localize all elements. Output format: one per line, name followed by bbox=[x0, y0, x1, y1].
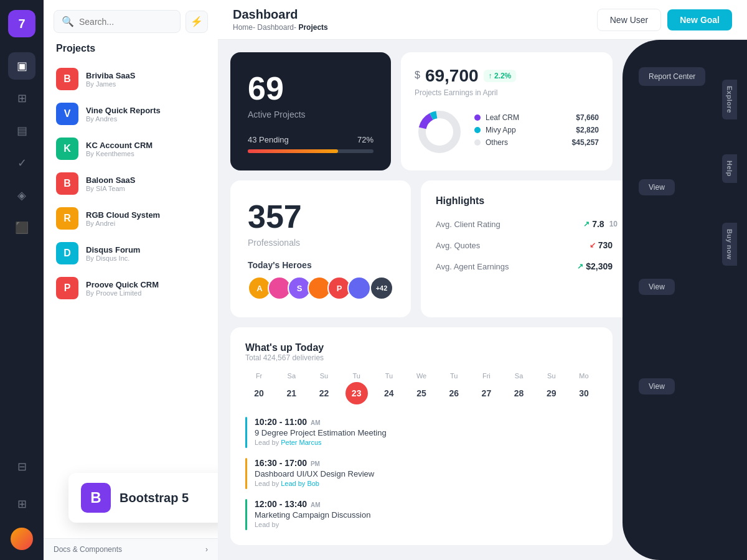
nav-user-thumbnail[interactable] bbox=[11, 528, 33, 550]
highlight-row-1: Avg. Quotes ↙ 730 bbox=[436, 240, 618, 250]
right-dark-panel: Explore Help Buy now Report Center View … bbox=[622, 40, 747, 560]
event-bar-0 bbox=[245, 417, 247, 448]
earnings-card: $ 69,700 ↑ 2.2% Projects Earnings in Apr… bbox=[401, 52, 613, 170]
search-input[interactable] bbox=[79, 17, 172, 27]
day-name: Su bbox=[310, 372, 337, 380]
event-title-1: Dashboard UI/UX Design Review bbox=[255, 469, 374, 478]
project-item-baloon[interactable]: B Baloon SaaS By SIA Team bbox=[51, 166, 210, 201]
avatars-row: ASP+42 bbox=[248, 276, 393, 300]
day-col-30[interactable]: Mo 30 bbox=[570, 372, 598, 404]
day-col-20[interactable]: Fr 20 bbox=[245, 372, 273, 404]
event-lead-link-1[interactable]: Lead by Bob bbox=[281, 480, 319, 487]
day-col-26[interactable]: Tu 26 bbox=[440, 372, 467, 404]
nav-icon-layers[interactable]: ◈ bbox=[8, 182, 35, 209]
project-by-disqus: By Disqus Inc. bbox=[86, 254, 140, 262]
project-icon-disqus: D bbox=[56, 242, 78, 264]
buy-now-tab[interactable]: Buy now bbox=[722, 223, 737, 266]
pending-row: 43 Pending 72% bbox=[248, 135, 374, 153]
row-3: What's up Today Total 424,567 deliveries… bbox=[230, 327, 613, 545]
project-info-kc: KC Account CRM By Keenthemes bbox=[86, 141, 153, 157]
report-center-button[interactable]: Report Center bbox=[639, 67, 705, 86]
project-by-baloon: By SIA Team bbox=[86, 185, 135, 192]
legend-amount: $2,820 bbox=[576, 126, 599, 134]
legend-label: Leaf CRM bbox=[486, 113, 519, 122]
heroes-section: Today's Heroes ASP+42 bbox=[248, 260, 393, 300]
project-icon-baloon: B bbox=[56, 172, 78, 195]
filter-button[interactable]: ⚡ bbox=[186, 11, 208, 33]
search-icon: 🔍 bbox=[62, 16, 74, 27]
project-item-disqus[interactable]: D Disqus Forum By Disqus Inc. bbox=[51, 236, 210, 271]
sidebar-bottom-bar[interactable]: Docs & Components › bbox=[44, 538, 218, 560]
legend-item-others: Others $45,257 bbox=[474, 138, 599, 147]
nav-icon-settings[interactable]: ⊟ bbox=[8, 453, 35, 480]
professionals-count: 357 bbox=[248, 198, 393, 235]
project-item-briviba[interactable]: B Briviba SaaS By James bbox=[51, 62, 210, 96]
report-center-area: Report Center bbox=[639, 67, 705, 91]
event-lead-link-0[interactable]: Peter Marcus bbox=[281, 439, 321, 446]
day-number: 27 bbox=[475, 382, 497, 404]
donut-chart bbox=[415, 107, 464, 157]
project-by-rgb: By Andrei bbox=[86, 220, 160, 227]
project-item-proove[interactable]: P Proove Quick CRM By Proove Limited bbox=[51, 271, 210, 306]
day-col-24[interactable]: Tu 24 bbox=[375, 372, 403, 404]
event-content-0: 10:20 - 11:00 AM 9 Degree Project Estima… bbox=[255, 417, 387, 446]
view-button-1[interactable]: View bbox=[639, 179, 675, 195]
day-number: 24 bbox=[378, 382, 400, 404]
help-tab[interactable]: Help bbox=[722, 154, 737, 183]
search-box[interactable]: 🔍 bbox=[54, 10, 181, 33]
main-scroll: 69 Active Projects 43 Pending 72% bbox=[218, 40, 622, 560]
project-item-kc[interactable]: K KC Account CRM By Keenthemes bbox=[51, 131, 210, 166]
day-col-21[interactable]: Sa 21 bbox=[278, 372, 305, 404]
event-ampm-0: AM bbox=[311, 419, 321, 426]
day-number: 20 bbox=[248, 382, 270, 404]
nav-icon-modules[interactable]: ⊞ bbox=[8, 490, 35, 518]
new-goal-button[interactable]: New Goal bbox=[667, 9, 732, 30]
main-area: Dashboard Home- Dashboard- Projects New … bbox=[218, 0, 747, 560]
event-item-0: 10:20 - 11:00 AM 9 Degree Project Estima… bbox=[245, 417, 598, 448]
day-col-23[interactable]: Tu 23 bbox=[343, 372, 370, 404]
legend-item-mivy-app: Mivy App $2,820 bbox=[474, 126, 599, 134]
project-info-vine: Vine Quick Reports By Andres bbox=[86, 106, 161, 123]
day-name: Mo bbox=[570, 372, 598, 380]
day-col-28[interactable]: Sa 28 bbox=[505, 372, 533, 404]
project-item-vine[interactable]: V Vine Quick Reports By Andres bbox=[51, 96, 210, 131]
progress-bar bbox=[248, 149, 374, 153]
user-avatar[interactable]: 7 bbox=[8, 10, 35, 37]
explore-tab[interactable]: Explore bbox=[722, 80, 737, 119]
project-name-kc: KC Account CRM bbox=[86, 141, 153, 150]
day-name: Tu bbox=[343, 372, 370, 380]
event-ampm-2: AM bbox=[311, 502, 321, 508]
legend: Leaf CRM $7,660 Mivy App $2,820 Others $… bbox=[474, 113, 599, 151]
nav-icon-chart[interactable]: ▤ bbox=[8, 117, 35, 144]
nav-icon-dashboard[interactable]: ▣ bbox=[8, 52, 35, 80]
pending-label: 43 Pending 72% bbox=[248, 135, 374, 144]
day-col-25[interactable]: We 25 bbox=[408, 372, 435, 404]
event-title-0: 9 Degree Project Estimation Meeting bbox=[255, 428, 387, 437]
view-button-3[interactable]: View bbox=[639, 378, 675, 394]
event-lead-0: Lead by Peter Marcus bbox=[255, 439, 387, 446]
highlights-title: Highlights bbox=[436, 195, 618, 207]
project-icon-rgb: R bbox=[56, 207, 78, 230]
sidebar-chevron: › bbox=[205, 545, 208, 554]
active-projects-label: Active Projects bbox=[248, 110, 374, 119]
bootstrap-icon: B bbox=[81, 483, 111, 513]
nav-icon-grid[interactable]: ⊞ bbox=[8, 85, 35, 112]
event-time-1: 16:30 - 17:00 PM bbox=[255, 458, 374, 468]
day-col-27[interactable]: Fri 27 bbox=[472, 372, 500, 404]
day-number: 26 bbox=[443, 382, 465, 404]
day-col-29[interactable]: Su 29 bbox=[538, 372, 565, 404]
day-number: 25 bbox=[410, 382, 433, 404]
new-user-button[interactable]: New User bbox=[597, 9, 661, 31]
highlight-val-2: ↗ $2,309 bbox=[577, 261, 618, 271]
calendar-days: Fr 20 Sa 21 Su 22 Tu 23 Tu 24 We 25 Tu 2… bbox=[245, 372, 598, 404]
day-col-22[interactable]: Su 22 bbox=[310, 372, 337, 404]
nav-icon-check[interactable]: ✓ bbox=[8, 149, 35, 177]
page-title: Dashboard bbox=[233, 7, 328, 22]
view-button-2[interactable]: View bbox=[639, 279, 675, 295]
day-name: Fri bbox=[472, 372, 500, 380]
day-number: 23 bbox=[345, 382, 368, 404]
nav-icon-briefcase[interactable]: ⬛ bbox=[8, 214, 35, 241]
trend-down-icon: ↙ bbox=[590, 241, 596, 250]
heroes-label: Today's Heroes bbox=[248, 260, 393, 270]
project-item-rgb[interactable]: R RGB Cloud System By Andrei bbox=[51, 201, 210, 236]
